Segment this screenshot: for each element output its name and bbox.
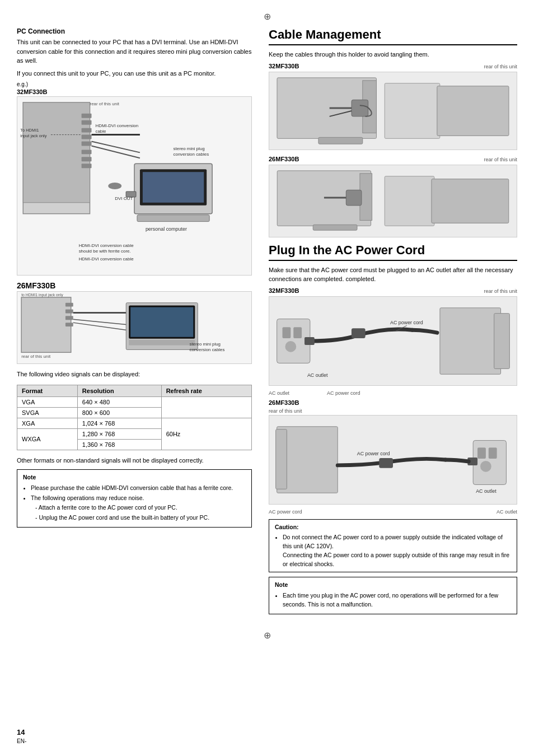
pc-connection-diagram-26: to HDMI1 input jack only stereo mini plu… (17, 291, 252, 364)
ac-note-list: Each time you plug in the AC power cord,… (275, 591, 511, 609)
ac-power-cord-label-26: AC power cord (269, 509, 302, 515)
svg-rect-68 (305, 337, 315, 345)
caution-title: Caution: (275, 523, 511, 532)
pc-connection-note: Note Please purchase the cable HDMI-DVI … (17, 469, 252, 528)
right-column: Cable Management Keep the cables through… (269, 27, 517, 619)
svg-text:rear of this unit: rear of this unit (90, 101, 120, 106)
cable-32-rear: rear of this unit (484, 64, 517, 69)
svg-rect-24 (137, 215, 209, 222)
svg-rect-43 (130, 307, 193, 337)
refresh-vga (161, 396, 251, 418)
signals-label: The following video signals can be displ… (17, 370, 252, 379)
svg-rect-3 (82, 120, 92, 125)
format-vga: VGA (17, 396, 78, 407)
cable-26-label: 26MF330B (269, 156, 299, 162)
pc-connection-title: PC Connection (17, 27, 252, 35)
svg-text:HDMI-DVI conversion: HDMI-DVI conversion (95, 123, 138, 128)
svg-rect-32 (21, 297, 71, 352)
ac-outlet-label-26: AC outlet (496, 509, 517, 515)
model-32-label: 32MF330B (17, 88, 252, 95)
caution-box: Caution: Do not connect the AC power cor… (269, 519, 517, 573)
svg-text:AC outlet: AC outlet (476, 488, 496, 494)
svg-rect-75 (276, 429, 287, 489)
svg-rect-9 (82, 164, 92, 168)
pc-connection-body1: This unit can be connected to your PC th… (17, 38, 252, 66)
svg-rect-60 (385, 176, 434, 226)
svg-rect-66 (285, 341, 296, 352)
format-wxga: WXGA (17, 428, 78, 450)
svg-rect-64 (283, 327, 291, 338)
svg-rect-70 (494, 313, 510, 368)
note-item-2: The following operations may reduce nois… (31, 494, 246, 503)
ac-note-item-1: Each time you plug in the AC power cord,… (283, 591, 511, 609)
svg-text:rear of this unit: rear of this unit (21, 354, 51, 359)
svg-rect-35 (65, 316, 73, 320)
page-number: 14 EN- (17, 728, 26, 745)
ac-32-rear: rear of this unit (484, 288, 517, 294)
svg-rect-55 (318, 137, 363, 144)
svg-rect-34 (65, 310, 73, 314)
resolution-wxga2: 1,360 × 768 (77, 439, 161, 450)
resolution-vga: 640 × 480 (77, 396, 161, 407)
svg-line-15 (91, 142, 139, 153)
svg-rect-1 (23, 102, 90, 203)
svg-text:conversion cables: conversion cables (174, 152, 209, 157)
resolution-xga: 1,024 × 768 (77, 418, 161, 428)
svg-text:cable: cable (95, 129, 106, 134)
svg-rect-53 (385, 83, 440, 138)
note-title: Note (23, 473, 246, 482)
svg-rect-6 (82, 142, 92, 146)
cable-mgmt-diagram-32 (269, 72, 517, 150)
svg-rect-65 (293, 327, 302, 338)
svg-rect-2 (82, 114, 92, 118)
format-xga: XGA (17, 418, 78, 428)
svg-rect-80 (480, 460, 491, 472)
ac-power-cord-label-32: AC power cord (327, 390, 360, 396)
ac-26-rear-label: rear of this unit (269, 408, 517, 414)
eg-label: e.g.) (17, 81, 252, 87)
svg-text:To HDMI1: To HDMI1 (20, 128, 39, 133)
cable-32-label: 32MF330B (269, 63, 299, 69)
svg-text:HDMI-DVI conversion cable: HDMI-DVI conversion cable (79, 243, 134, 248)
ac-power-diagram-32: AC outlet AC power cord (269, 296, 517, 386)
page-num-value: 14 (17, 728, 25, 736)
pc-connection-body2: If you connect this unit to your PC, you… (17, 69, 252, 78)
table-header-format: Format (17, 385, 78, 396)
ac-power-body: Make sure that the AC power cord must be… (269, 265, 517, 284)
svg-text:AC outlet: AC outlet (307, 372, 328, 378)
svg-rect-58 (346, 190, 362, 206)
pc-connection-diagram-32: To HDMI1 input jack only rear of this un… (17, 96, 252, 276)
bottom-compass-symbol: ⊕ (17, 630, 517, 641)
format-svga: SVGA (17, 407, 78, 418)
svg-text:conversion cables: conversion cables (189, 347, 224, 352)
other-formats-text: Other formats or non-standard signals wi… (17, 456, 252, 465)
svg-text:AC power cord: AC power cord (390, 320, 423, 325)
svg-rect-79 (489, 447, 497, 459)
svg-rect-7 (82, 150, 92, 154)
svg-text:to HDMI1 input jack only: to HDMI1 input jack only (21, 293, 63, 297)
ac-32-label: 32MF330B (269, 287, 299, 294)
table-header-refresh: Refresh rate (161, 385, 251, 396)
note-item-1: Please purchase the cable HDMI-DVI conve… (31, 484, 246, 493)
svg-text:input jack only: input jack only (20, 133, 46, 138)
resolution-svga: 800 × 600 (77, 407, 161, 418)
page-num-sub: EN- (17, 738, 26, 744)
cable-26-rear: rear of this unit (484, 157, 517, 162)
svg-rect-4 (82, 128, 92, 133)
svg-rect-67 (352, 328, 366, 338)
svg-rect-78 (477, 447, 486, 459)
svg-rect-61 (432, 179, 509, 223)
svg-point-31 (108, 183, 121, 189)
ac-note-box: Note Each time you plug in the AC power … (269, 577, 517, 614)
ac-power-title: Plug In the AC Power Cord (269, 243, 517, 261)
svg-rect-33 (65, 303, 73, 307)
ac-26-label: 26MF330B (269, 399, 299, 406)
svg-text:should be with ferrite core.: should be with ferrite core. (79, 249, 131, 254)
note-item-4: - Unplug the AC power cord and use the b… (31, 514, 246, 522)
svg-text:stereo mini plug: stereo mini plug (189, 342, 220, 347)
model-26-pc-label: 26MF330B (17, 281, 252, 290)
svg-rect-62 (313, 225, 357, 230)
cable-management-title: Cable Management (269, 27, 517, 45)
svg-rect-23 (143, 172, 204, 203)
left-column: PC Connection This unit can be connected… (17, 27, 252, 619)
